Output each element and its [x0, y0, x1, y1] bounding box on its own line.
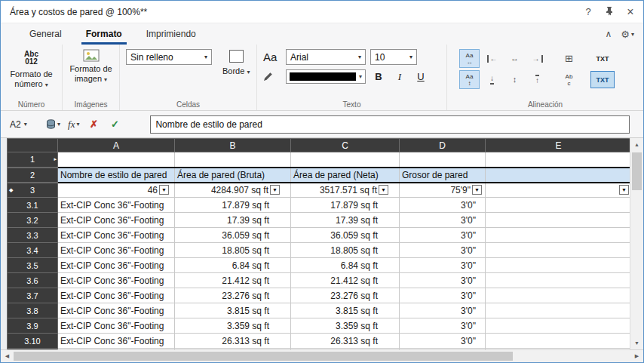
cell-wall-style[interactable]: Ext-CIP Conc 36"-Footing — [58, 258, 175, 273]
column-header-d[interactable]: D — [400, 139, 486, 152]
cell-dropdown-button[interactable]: ▼ — [270, 185, 280, 195]
settings-gear-button[interactable]: ⚙ ▾ — [621, 29, 634, 40]
row-header[interactable]: 3.5 — [8, 258, 58, 273]
cell-thickness[interactable]: 3'0" — [400, 334, 486, 349]
cell-empty[interactable] — [486, 303, 632, 318]
cell-dropdown-button[interactable]: ▼ — [619, 185, 629, 195]
scroll-down-button[interactable]: ▼ — [630, 337, 643, 349]
ribbon-collapse-button[interactable]: ∧ — [606, 29, 612, 39]
align-center-button[interactable]: ↔ — [504, 49, 525, 68]
cell-dropdown-button[interactable]: ▼ — [379, 185, 388, 195]
row-header[interactable]: 3.4 — [8, 243, 58, 258]
cell-empty[interactable] — [58, 152, 175, 168]
txt-bottom-button[interactable]: TXT — [590, 71, 615, 88]
vscroll-thumb[interactable] — [632, 152, 642, 190]
cell-net-area[interactable]: 17.39 sq ft — [291, 213, 400, 228]
cell-count[interactable]: 46 ▼ — [58, 183, 175, 198]
column-header-c[interactable]: C — [291, 139, 400, 152]
cell-gross-total[interactable]: 4284.907 sq ft ▼ — [175, 183, 291, 198]
cell-wall-style[interactable]: Ext-CIP Conc 36"-Footing — [58, 303, 175, 318]
merge-cells-button[interactable]: ⊞ — [559, 49, 579, 68]
cell-thickness[interactable]: 3'0" — [400, 258, 486, 273]
help-button[interactable]: ? — [583, 6, 593, 17]
cell-gross-area[interactable]: 17.39 sq ft — [175, 213, 291, 228]
row-header[interactable]: 3.2 — [8, 213, 58, 228]
horizontal-scrollbar[interactable]: ◀ ▶ — [1, 349, 643, 362]
bold-button[interactable]: B — [370, 71, 387, 82]
align-right-button[interactable]: → — [527, 49, 547, 68]
cell-net-area[interactable]: 26.313 sq ft — [291, 334, 400, 349]
cell-empty[interactable] — [486, 318, 632, 334]
cell-gross-area[interactable]: 21.412 sq ft — [175, 273, 291, 288]
row-header[interactable]: 3.7 — [8, 288, 58, 303]
cell-header-net-area[interactable]: Área de pared (Neta) — [291, 168, 400, 183]
row-header[interactable]: 3.3 — [8, 228, 58, 243]
pin-button[interactable] — [604, 6, 615, 18]
row-header[interactable]: 3.8 — [8, 303, 58, 318]
row-header[interactable]: 2 — [8, 168, 58, 183]
cell-wall-style[interactable]: Ext-CIP Conc 36"-Footing — [58, 318, 175, 334]
cancel-button[interactable]: ✗ — [87, 118, 100, 130]
cell-empty[interactable] — [486, 198, 632, 213]
txt-top-button[interactable]: TXT — [590, 50, 615, 67]
formula-input[interactable] — [150, 115, 630, 134]
underline-button[interactable]: U — [412, 71, 429, 82]
cell-gross-area[interactable]: 36.059 sq ft — [175, 228, 291, 243]
fx-button[interactable]: fx ▾ — [68, 118, 79, 131]
cell-net-total[interactable]: 3517.571 sq ft ▼ — [291, 183, 400, 198]
cell-net-area[interactable]: 21.412 sq ft — [291, 273, 400, 288]
cell-empty[interactable] — [486, 228, 632, 243]
cell-gross-area[interactable]: 26.313 sq ft — [175, 334, 291, 349]
cell-net-area[interactable]: 3.359 sq ft — [291, 318, 400, 334]
hscroll-thumb[interactable] — [14, 352, 513, 361]
cell-header-wall-style[interactable]: Nombre de estilo de pared — [58, 168, 175, 183]
cell-thickness[interactable]: 3'0" — [400, 303, 486, 318]
align-vertical-uniform-button[interactable]: Aa↕ — [459, 70, 480, 89]
align-left-button[interactable]: ← — [482, 49, 502, 68]
cell-thickness[interactable]: 3'0" — [400, 243, 486, 258]
cell-empty[interactable]: ▼ — [486, 183, 632, 198]
cell-gross-area[interactable]: 3.359 sq ft — [175, 318, 291, 334]
cell-gross-area[interactable]: 3.815 sq ft — [175, 303, 291, 318]
cell-thickness[interactable]: 3'0" — [400, 228, 486, 243]
number-format-button[interactable]: Abc 012 Formato de número ▾ — [7, 49, 56, 90]
cell-thickness[interactable]: 3'0" — [400, 273, 486, 288]
cell-header-gross-area[interactable]: Área de pared (Bruta) — [175, 168, 291, 183]
cell-wall-style[interactable]: Ext-CIP Conc 36"-Footing — [58, 273, 175, 288]
cell-empty[interactable] — [486, 168, 632, 183]
cell-gross-area[interactable]: 18.805 sq ft — [175, 243, 291, 258]
row-header[interactable]: ◆ 3 — [8, 183, 58, 198]
cell-net-area[interactable]: 18.805 sq ft — [291, 243, 400, 258]
font-color-select[interactable]: ▾ — [286, 69, 366, 84]
font-family-select[interactable]: Arial ▾ — [286, 49, 366, 65]
font-size-select[interactable]: 10 ▾ — [370, 49, 417, 65]
cell-empty[interactable] — [400, 152, 486, 168]
cell-empty[interactable] — [486, 334, 632, 349]
cell-wall-style[interactable]: Ext-CIP Conc 36"-Footing — [58, 243, 175, 258]
row-header[interactable]: 3.10 — [8, 334, 58, 349]
cell-empty[interactable] — [486, 243, 632, 258]
cell-dropdown-button[interactable]: ▼ — [159, 185, 169, 195]
scroll-left-button[interactable]: ◀ — [1, 350, 14, 362]
cell-thickness[interactable]: 3'0" — [400, 318, 486, 334]
cell-empty[interactable] — [486, 152, 632, 168]
cell-net-area[interactable]: 6.84 sq ft — [291, 258, 400, 273]
cell-net-area[interactable]: 3.815 sq ft — [291, 303, 400, 318]
close-button[interactable]: × — [625, 5, 636, 19]
border-button[interactable]: Borde ▾ — [222, 49, 250, 75]
row-header[interactable]: 1 ▸ — [8, 152, 58, 168]
cell-wall-style[interactable]: Ext-CIP Conc 36"-Footing — [58, 198, 175, 213]
row-header[interactable]: 3.9 — [8, 318, 58, 334]
cell-empty[interactable] — [291, 152, 400, 168]
column-header-e[interactable]: E — [486, 139, 632, 152]
cell-empty[interactable] — [486, 273, 632, 288]
cell-gross-area[interactable]: 6.84 sq ft — [175, 258, 291, 273]
align-middle-button[interactable]: ↕ — [504, 70, 525, 89]
cell-thickness[interactable]: 3'0" — [400, 213, 486, 228]
vertical-scrollbar[interactable]: ▲ ▼ — [630, 138, 643, 349]
align-horizontal-uniform-button[interactable]: Aa↔ — [459, 49, 480, 68]
tab-imprimiendo[interactable]: Imprimiendo — [134, 23, 208, 45]
wrap-text-button[interactable]: Abc — [559, 70, 579, 89]
cell-wall-style[interactable]: Ext-CIP Conc 36"-Footing — [58, 288, 175, 303]
cell-wall-style[interactable]: Ext-CIP Conc 36"-Footing — [58, 334, 175, 349]
